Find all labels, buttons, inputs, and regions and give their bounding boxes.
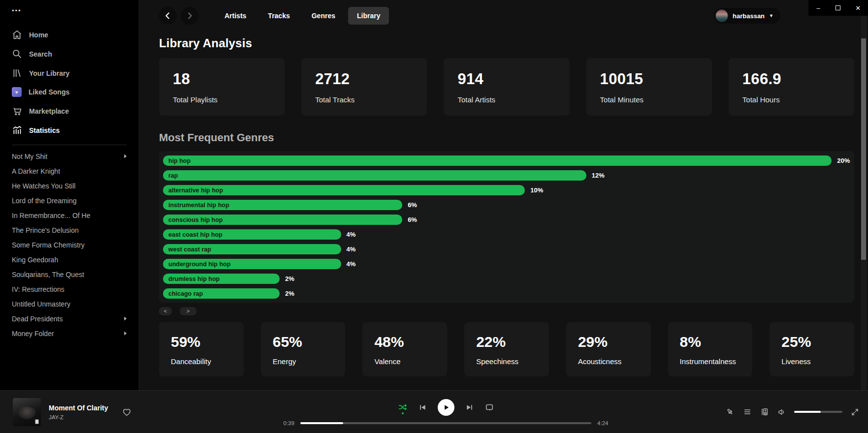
- skip-back-icon: [418, 403, 426, 411]
- sidebar-item-label: Liked Songs: [29, 88, 69, 96]
- feature-value: 59%: [171, 334, 232, 350]
- fullscreen-button[interactable]: [851, 408, 859, 416]
- genre-label: alternative hip hop: [168, 187, 223, 194]
- playlist-label: Dead Presidents: [12, 315, 63, 323]
- genre-bar: underground hip hop: [163, 259, 341, 269]
- sidebar-item-marketplace[interactable]: Marketplace: [0, 101, 138, 121]
- playlist-item[interactable]: Untitled Unmastery: [0, 297, 138, 311]
- lyrics-button[interactable]: [726, 407, 735, 416]
- playlist-label: Some Forma Chemistry: [12, 241, 85, 249]
- repeat-button[interactable]: [485, 403, 494, 411]
- chevron-right-icon: [123, 330, 128, 338]
- sidebar-item-label: Search: [29, 50, 52, 58]
- playlist-item[interactable]: King Geedorah: [0, 252, 138, 267]
- queue-button[interactable]: [743, 407, 752, 416]
- tab-genres[interactable]: Genres: [303, 7, 344, 25]
- genre-bar-row: hip hop20%: [163, 155, 850, 166]
- genre-bar: chicago rap: [163, 288, 280, 299]
- shuffle-button[interactable]: [398, 403, 407, 411]
- tab-library[interactable]: Library: [348, 7, 389, 25]
- playlist-item[interactable]: He Watches You Still: [0, 179, 138, 193]
- volume-slider[interactable]: [794, 411, 842, 413]
- feature-card: 59%Danceability: [159, 322, 244, 376]
- playlist-item[interactable]: IV: Resurrections: [0, 282, 138, 297]
- playlist-item[interactable]: A Darker Knight: [0, 164, 138, 179]
- genre-percent-label: 4%: [347, 231, 356, 238]
- user-menu[interactable]: harbassan ▼: [714, 8, 780, 24]
- playlist-item[interactable]: Money Folder: [0, 326, 138, 341]
- next-track-button[interactable]: [466, 403, 474, 411]
- stat-value: 914: [457, 70, 555, 88]
- tab-artists[interactable]: Artists: [216, 7, 255, 25]
- genre-label: conscious hip hop: [168, 216, 223, 223]
- genre-bar-row: underground hip hop4%: [163, 259, 850, 269]
- sidebar-item-home[interactable]: Home: [0, 25, 138, 44]
- genre-bar-row: alternative hip hop10%: [163, 185, 850, 195]
- feature-value: 8%: [680, 334, 741, 350]
- shuffle-active-dot: [402, 412, 404, 414]
- forward-button[interactable]: [181, 7, 198, 25]
- playlist-item[interactable]: Not My Shit: [0, 149, 138, 164]
- maximize-icon: [836, 5, 840, 10]
- library-stats-row: 18Total Playlists2712Total Tracks914Tota…: [159, 58, 854, 116]
- playlist-label: A Darker Knight: [12, 167, 60, 175]
- genre-label: instrumental hip hop: [168, 202, 229, 209]
- stat-value: 10015: [600, 70, 698, 88]
- close-button[interactable]: ✕: [848, 0, 868, 16]
- volume-button[interactable]: [777, 408, 786, 416]
- genre-bar-chart: hip hop20%rap12%alternative hip hop10%in…: [159, 151, 854, 303]
- cart-icon: [12, 106, 22, 116]
- chevron-right-icon: [185, 11, 194, 20]
- playlist-label: He Watches You Still: [12, 182, 75, 190]
- genre-percent-label: 12%: [592, 172, 605, 179]
- sidebar-item-statistics[interactable]: Statistics: [0, 121, 138, 140]
- genre-percent-label: 10%: [530, 186, 543, 194]
- maximize-button[interactable]: [828, 0, 848, 16]
- feature-label: Liveness: [781, 357, 842, 366]
- previous-track-button[interactable]: [418, 403, 426, 411]
- playlist-label: Not My Shit: [12, 153, 47, 160]
- audio-features-row: 59%Danceability65%Energy48%Valence22%Spe…: [159, 322, 854, 376]
- playlist-item[interactable]: Dead Presidents: [0, 311, 138, 326]
- sidebar-item-liked-songs[interactable]: ♥ Liked Songs: [0, 83, 138, 101]
- tab-tracks[interactable]: Tracks: [259, 7, 298, 25]
- connect-device-button[interactable]: [760, 407, 769, 416]
- playlist-item[interactable]: The Prince's Delusion: [0, 223, 138, 238]
- chart-prev-page-button[interactable]: <: [159, 307, 172, 315]
- liked-songs-heart-icon: ♥: [12, 87, 22, 97]
- fullscreen-icon: [851, 408, 859, 416]
- playlist-item[interactable]: In Remembrance... Of He: [0, 208, 138, 223]
- scrollbar-thumb[interactable]: [861, 38, 866, 260]
- genre-percent-label: 4%: [347, 246, 356, 253]
- genre-percent-label: 2%: [285, 290, 294, 297]
- app-menu-icon[interactable]: •••: [0, 4, 138, 14]
- track-artist[interactable]: JAY-Z: [49, 414, 108, 420]
- back-button[interactable]: [159, 7, 177, 25]
- feature-card: 29%Acousticness: [566, 322, 651, 376]
- genre-label: underground hip hop: [168, 261, 230, 268]
- progress-bar[interactable]: [300, 422, 591, 424]
- genre-percent-label: 2%: [285, 275, 294, 282]
- chart-next-page-button[interactable]: >: [180, 307, 196, 315]
- chevron-right-icon: [123, 315, 128, 323]
- playlist-item[interactable]: Lord of the Dreaming: [0, 193, 138, 208]
- chevron-left-icon: [163, 11, 172, 20]
- sidebar-item-your-library[interactable]: Your Library: [0, 63, 138, 83]
- minimize-button[interactable]: –: [808, 0, 828, 16]
- stat-value: 166.9: [742, 70, 840, 88]
- playlist-label: IV: Resurrections: [12, 285, 64, 293]
- genre-label: west coast rap: [168, 246, 211, 253]
- genre-bar-row: conscious hip hop6%: [163, 215, 850, 225]
- track-title[interactable]: Moment Of Clarity: [49, 404, 108, 412]
- playlist-item[interactable]: Soulqarians, The Quest: [0, 267, 138, 282]
- sidebar-item-search[interactable]: Search: [0, 44, 138, 63]
- progress-row: 0:39 4:24: [284, 420, 609, 426]
- topbar: ArtistsTracksGenresLibrary harbassan ▼: [159, 6, 854, 26]
- playlist-item[interactable]: Some Forma Chemistry: [0, 238, 138, 252]
- play-button[interactable]: [438, 399, 454, 416]
- album-art[interactable]: [13, 398, 41, 426]
- heart-outline-icon: [122, 407, 131, 417]
- like-track-button[interactable]: [122, 407, 131, 417]
- stat-value: 18: [173, 70, 271, 88]
- volume-icon: [777, 408, 786, 416]
